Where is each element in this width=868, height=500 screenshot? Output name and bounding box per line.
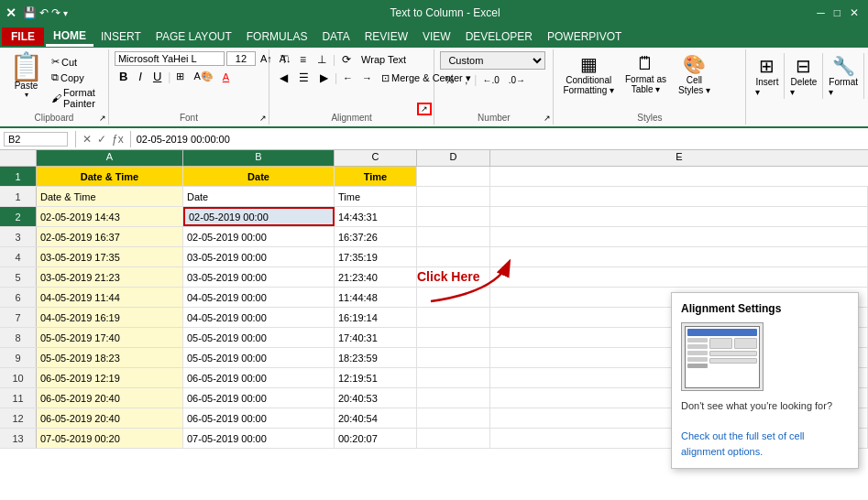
clipboard-expand-icon[interactable]: ↗ [99,114,106,123]
col-header-b[interactable]: B [183,150,335,166]
cell-B13[interactable]: 07-05-2019 00:00 [183,429,335,448]
cell-A13[interactable]: 07-05-2019 00:20 [37,429,183,448]
cell-A12[interactable]: 06-05-2019 20:40 [37,408,183,428]
cell-E4[interactable] [490,247,868,266]
tooltip-link[interactable]: Check out the full set of cell alignment… [681,430,805,457]
bold-button[interactable]: B [115,68,132,85]
align-top-btn[interactable]: ⊤ [275,51,293,68]
cell-B11[interactable]: 06-05-2019 00:00 [183,388,335,408]
cell-C12[interactable]: 20:40:54 [335,408,417,428]
font-size-input[interactable] [226,51,256,66]
cell-D12[interactable] [417,408,490,428]
menu-formulas[interactable]: FORMULAS [239,28,315,45]
align-left-btn[interactable]: ◀ [275,70,292,86]
cell-D8[interactable] [417,328,490,347]
cell-C10[interactable]: 12:19:51 [335,368,417,387]
cell-e1[interactable] [490,167,868,186]
cell-B6[interactable]: 04-05-2019 00:00 [183,288,335,307]
decrease-decimal-btn[interactable]: ←.0 [478,73,502,87]
save-qat-btn[interactable]: 💾 [23,6,37,19]
undo-qat-btn[interactable]: ↶ [39,6,49,19]
align-right-btn[interactable]: ▶ [315,70,333,86]
delete-cells-btn[interactable]: ⊟ Delete ▾ [785,53,823,99]
text-direction-btn[interactable]: ⟳ [337,51,356,68]
menu-developer[interactable]: DEVELOPER [458,28,540,45]
maximize-icon[interactable]: □ [834,6,841,19]
wrap-text-btn[interactable]: Wrap Text [357,52,410,67]
cell-E1[interactable] [490,187,868,206]
font-color-button[interactable]: A [219,70,233,84]
align-center-btn[interactable]: ☰ [294,70,313,86]
cell-d1[interactable] [417,167,490,186]
menu-insert[interactable]: INSERT [93,28,148,45]
minimize-icon[interactable]: ─ [817,6,825,19]
border-button[interactable]: ⊞ [172,69,188,84]
format-painter-button[interactable]: 🖌 Format Painter [49,86,103,110]
cell-E2[interactable] [490,207,868,226]
cell-B4[interactable]: 03-05-2019 00:00 [183,247,335,266]
cell-c1[interactable]: Time [335,167,417,186]
cell-A7[interactable]: 04-05-2019 16:19 [37,308,183,327]
cell-A1[interactable]: Date & Time [37,187,183,206]
font-name-input[interactable] [115,51,225,66]
cell-D13[interactable] [417,429,490,448]
name-box[interactable] [4,132,68,147]
redo-qat-btn[interactable]: ↷ [51,6,60,19]
cell-C3[interactable]: 16:37:26 [335,227,417,246]
cell-A3[interactable]: 02-05-2019 16:37 [37,227,183,246]
decrease-indent-btn[interactable]: ← [339,71,357,85]
cell-B1[interactable]: Date [183,187,335,206]
cell-C4[interactable]: 17:35:19 [335,247,417,266]
cell-styles-btn[interactable]: 🎨 CellStyles ▾ [674,51,715,97]
cell-B10[interactable]: 06-05-2019 00:00 [183,368,335,387]
qat-more-icon[interactable]: ▾ [63,8,68,18]
menu-page-layout[interactable]: PAGE LAYOUT [148,28,239,45]
close-icon[interactable]: ✕ [850,6,859,19]
formula-confirm-icon[interactable]: ✓ [97,133,106,146]
cell-D9[interactable] [417,348,490,367]
cell-B3[interactable]: 02-05-2019 00:00 [183,227,335,246]
cell-B9[interactable]: 05-05-2019 00:00 [183,348,335,367]
cell-E5[interactable] [490,267,868,287]
format-as-table-btn[interactable]: 🗒 Format asTable ▾ [621,51,671,97]
paste-dropdown-arrow[interactable]: ▾ [25,91,28,99]
cell-A4[interactable]: 03-05-2019 17:35 [37,247,183,266]
cell-B2[interactable]: 02-05-2019 00:00 [183,207,335,226]
formula-input[interactable] [135,133,868,146]
cell-C11[interactable]: 20:40:53 [335,388,417,408]
paste-button[interactable]: 📋 Paste ▾ [5,51,47,101]
cell-C1[interactable]: Time [335,187,417,206]
cell-C9[interactable]: 18:23:59 [335,348,417,367]
insert-cells-btn[interactable]: ⊞ Insert ▾ [750,53,785,99]
percent-btn[interactable]: % [440,72,458,87]
cell-D1[interactable] [417,187,490,206]
alignment-expand-btn[interactable]: ↗ [417,103,432,115]
cell-C13[interactable]: 00:20:07 [335,429,417,448]
align-bottom-btn[interactable]: ⊥ [313,51,331,68]
cell-A5[interactable]: 03-05-2019 21:23 [37,267,183,287]
cell-C5[interactable]: 21:23:40 [335,267,417,287]
cell-a1[interactable]: Date & Time [37,167,183,186]
cell-A2[interactable]: 02-05-2019 14:43 [37,207,183,226]
increase-decimal-btn[interactable]: .0→ [505,73,529,87]
cell-D11[interactable] [417,388,490,408]
col-header-e[interactable]: E [490,150,868,166]
cell-B7[interactable]: 04-05-2019 00:00 [183,308,335,327]
underline-button[interactable]: U [148,68,166,85]
menu-review[interactable]: REVIEW [357,28,415,45]
cell-B8[interactable]: 05-05-2019 00:00 [183,328,335,347]
col-header-c[interactable]: C [335,150,417,166]
formula-cancel-icon[interactable]: ✕ [82,133,92,146]
cell-A11[interactable]: 06-05-2019 20:40 [37,388,183,408]
number-format-select[interactable]: Custom [440,51,545,70]
formula-insert-function-icon[interactable]: ƒx [112,133,124,146]
menu-data[interactable]: DATA [314,28,357,45]
file-menu-btn[interactable]: FILE [2,27,44,46]
cell-A6[interactable]: 04-05-2019 11:44 [37,288,183,307]
fill-color-button[interactable]: A🎨 [190,69,216,84]
conditional-formatting-btn[interactable]: ▦ ConditionalFormatting ▾ [559,51,618,97]
cell-C2[interactable]: 14:43:31 [335,207,417,226]
copy-button[interactable]: ⧉ Copy [49,71,103,84]
cell-D2[interactable] [417,207,490,226]
cell-b1[interactable]: Date [183,167,335,186]
